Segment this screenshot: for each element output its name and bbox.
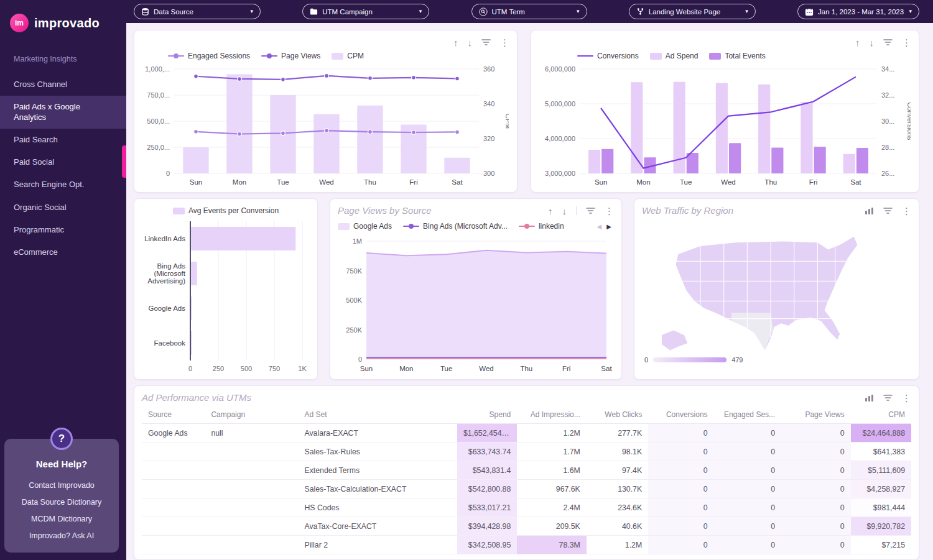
legend-prev-icon[interactable]: ◀ [595, 223, 605, 230]
filter-label: Data Source [154, 8, 193, 16]
kebab-menu-icon[interactable]: ⋮ [902, 38, 911, 47]
sidebar-item-paid-search[interactable]: Paid Search [0, 129, 126, 151]
database-icon [141, 7, 149, 16]
utm-term-filter[interactable]: UTM Term ▾ [471, 4, 587, 19]
legend-item-engaged-sessions[interactable]: Engaged Sessions [168, 52, 250, 60]
chart-type-icon[interactable] [865, 394, 874, 402]
sort-descending-icon[interactable]: ↓ [870, 38, 875, 47]
kebab-menu-icon[interactable]: ⋮ [902, 393, 911, 403]
col-header-ad-impressio[interactable]: Ad Impressio... [517, 406, 587, 424]
svg-text:0: 0 [188, 365, 192, 372]
col-header-spend[interactable]: Spend [457, 406, 517, 424]
kebab-menu-icon[interactable]: ⋮ [500, 38, 509, 47]
sidebar-item-paid-social[interactable]: Paid Social [0, 151, 126, 173]
us-choropleth-map[interactable] [642, 219, 911, 352]
legend-marker [173, 208, 185, 214]
filter-icon[interactable] [883, 207, 893, 214]
date-range-filter[interactable]: Jan 1, 2023 - Mar 31, 2023 ▾ [797, 4, 919, 19]
toolbar-divider [576, 206, 577, 215]
legend-item-bing-ads-microsoft-adv[interactable]: Bing Ads (Microsoft Adv... [403, 222, 508, 231]
dashboard-app: im improvado Marketing Insights Cross Ch… [0, 0, 933, 560]
table-row: Google AdsnullAvalara-EXACT$1,652,454.25… [142, 424, 911, 443]
legend-item-ad-spend[interactable]: Ad Spend [650, 52, 699, 60]
help-link-improvado-ask-ai[interactable]: Improvado? Ask AI [9, 527, 114, 544]
col-header-campaign[interactable]: Campaign [205, 406, 298, 424]
cell-conversions: 0 [648, 480, 713, 498]
chart-type-icon[interactable] [865, 207, 874, 215]
sort-ascending-icon[interactable]: ↑ [453, 38, 458, 47]
legend-next-icon[interactable]: ▶ [604, 223, 614, 230]
table-body: Google AdsnullAvalara-EXACT$1,652,454.25… [142, 424, 911, 554]
legend-item-google-ads[interactable]: Google Ads [338, 222, 392, 231]
cell-source [142, 443, 205, 461]
help-link-data-source-dictionary[interactable]: Data Source Dictionary [9, 493, 114, 510]
kebab-menu-icon[interactable]: ⋮ [902, 206, 911, 216]
svg-text:30...: 30... [881, 117, 894, 125]
data-source-filter[interactable]: Data Source ▾ [134, 4, 261, 19]
sort-ascending-icon[interactable]: ↑ [548, 206, 553, 216]
table-row: AvaTax-Core-EXACT$394,428.98209.5K40.6K0… [142, 517, 911, 536]
sort-descending-icon[interactable]: ↓ [562, 206, 567, 216]
cell-ad-impressio: 209.5K [517, 517, 587, 536]
col-header-web-clicks[interactable]: Web Clicks [587, 406, 648, 424]
landing-page-filter[interactable]: Landing Website Page ▾ [629, 4, 756, 19]
help-link-mcdm-dictionary[interactable]: MCDM Dictionary [9, 510, 114, 527]
legend-item-page-views[interactable]: Page Views [261, 52, 320, 60]
cell-ad-set: Extended Terms [298, 461, 457, 480]
cell-ad-set: Sales-Tax-Rules [298, 443, 457, 461]
sidebar-item-paid-ads-x-google-analytics[interactable]: Paid Ads x Google Analytics [0, 96, 126, 129]
sidebar-item-programmatic[interactable]: Programmatic [0, 219, 126, 241]
col-header-conversions[interactable]: Conversions [648, 406, 713, 424]
improvado-logo[interactable]: im improvado [0, 0, 126, 51]
col-header-cpm[interactable]: CPM [851, 406, 911, 424]
cell-engaged-ses: 0 [714, 517, 781, 536]
card-toolbar: ⋮ [865, 204, 911, 218]
question-icon[interactable]: ? [50, 428, 73, 450]
svg-text:Sat: Sat [850, 178, 861, 186]
table-wrapper[interactable]: SourceCampaignAd SetSpendAd Impressio...… [142, 406, 911, 554]
utm-campaign-filter[interactable]: UTM Campaign ▾ [302, 4, 429, 19]
cell-ad-set: Pillar 2 [298, 536, 457, 554]
kebab-menu-icon[interactable]: ⋮ [605, 206, 614, 216]
sidebar-item-cross-channel[interactable]: Cross Channel [0, 73, 126, 96]
svg-text:1K: 1K [298, 365, 307, 372]
legend-marker [261, 55, 277, 57]
cell-engaged-ses: 0 [714, 461, 781, 480]
sort-descending-icon[interactable]: ↓ [468, 38, 473, 47]
cell-engaged-ses: 0 [714, 480, 781, 498]
legend-item-avg-events-per-conversion[interactable]: Avg Events per Conversion [173, 206, 279, 215]
help-link-contact-improvado[interactable]: Contact Improvado [9, 477, 114, 493]
cell-spend: $543,831.4 [457, 461, 517, 480]
sidebar-item-ecommerce[interactable]: eCommerce [0, 241, 126, 264]
sidebar-item-organic-social[interactable]: Organic Social [0, 196, 126, 219]
svg-text:Sun: Sun [360, 365, 373, 372]
filter-icon[interactable] [586, 207, 595, 214]
filter-icon[interactable] [481, 39, 491, 46]
legend-item-total-events[interactable]: Total Events [709, 52, 765, 60]
filter-icon[interactable] [883, 394, 893, 402]
cell-web-clicks: 40.6K [587, 517, 648, 536]
svg-text:300: 300 [483, 170, 494, 177]
col-header-engaged-ses[interactable]: Engaged Ses... [714, 406, 781, 424]
svg-text:750: 750 [269, 365, 280, 372]
col-header-source[interactable]: Source [142, 406, 205, 424]
sidebar: im improvado Marketing Insights Cross Ch… [0, 0, 126, 560]
legend-item-cpm[interactable]: CPM [332, 52, 364, 60]
sort-ascending-icon[interactable]: ↑ [855, 38, 860, 47]
legend-item-conversions[interactable]: Conversions [577, 52, 639, 60]
legend-item-linkedin[interactable]: linkedin [519, 222, 564, 231]
table-row: Sales-Tax-Rules$633,743.741.7M98.1K000$6… [142, 443, 911, 461]
card-title: Web Traffic by Region [642, 204, 733, 216]
cell-conversions: 0 [648, 536, 713, 554]
col-header-page-views[interactable]: Page Views [781, 406, 851, 424]
svg-text:1,000,...: 1,000,... [145, 65, 170, 73]
col-header-ad-set[interactable]: Ad Set [298, 406, 457, 424]
svg-text:250K: 250K [346, 326, 362, 334]
svg-text:Tue: Tue [440, 365, 452, 372]
svg-text:Tue: Tue [277, 178, 289, 186]
svg-text:34...: 34... [881, 65, 894, 73]
sidebar-item-search-engine-opt[interactable]: Search Engine Opt. [0, 173, 126, 196]
sidebar-item-label: Organic Social [14, 203, 67, 212]
filter-icon[interactable] [883, 39, 893, 46]
svg-text:Google Ads: Google Ads [149, 305, 186, 312]
